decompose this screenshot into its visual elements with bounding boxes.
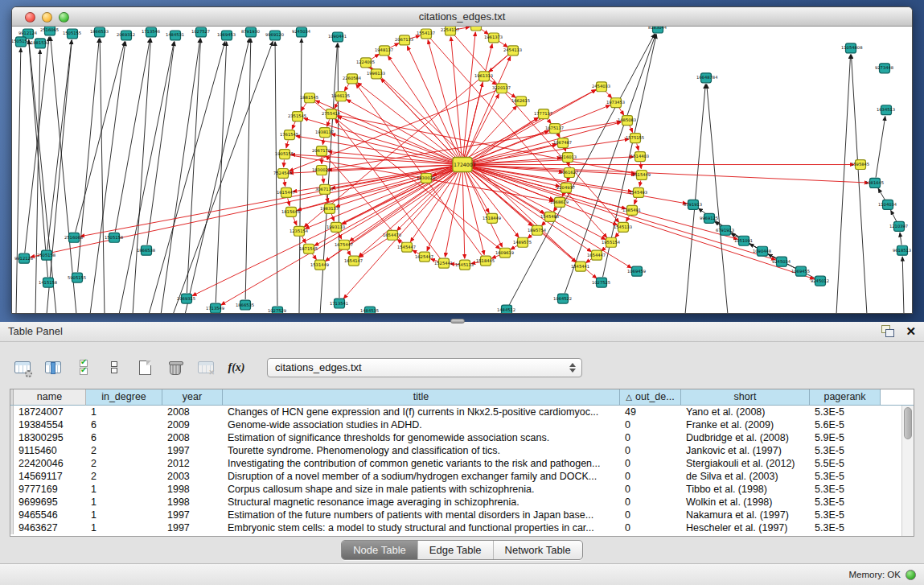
cell-out_degree[interactable]: 49 [620, 406, 681, 418]
graph-edge[interactable] [507, 92, 516, 98]
graph-edge[interactable] [900, 233, 901, 245]
graph-edge[interactable] [615, 232, 620, 237]
memory-ok-icon[interactable] [906, 570, 916, 580]
cell-short[interactable]: Stergiakouli et al. (2012) [681, 457, 810, 470]
column-header-title[interactable]: title [223, 389, 620, 406]
cell-short[interactable]: de Silva et al. (2003) [681, 470, 810, 483]
graph-edge[interactable] [606, 91, 612, 98]
cell-year[interactable]: 2003 [162, 470, 223, 483]
graph-edge[interactable] [344, 84, 349, 91]
close-panel-icon[interactable]: ✕ [906, 325, 916, 337]
graph-edge[interactable] [891, 210, 897, 221]
table-row[interactable]: 1938455462009Genome-wide association stu… [10, 418, 914, 431]
graph-edge[interactable] [29, 40, 56, 313]
graph-edge[interactable] [388, 56, 460, 160]
cell-pagerank[interactable]: 5.3E-5 [810, 483, 881, 496]
delete-button[interactable] [164, 357, 187, 378]
cell-title[interactable]: Tourette syndrome. Phenomenology and cla… [223, 444, 620, 457]
tab-edge-table[interactable]: Edge Table [417, 541, 493, 559]
table-selector-dropdown[interactable]: citations_edges.txt [267, 358, 582, 377]
cell-pagerank[interactable]: 5.3E-5 [810, 406, 881, 418]
graph-edge[interactable] [347, 249, 351, 255]
cell-year[interactable]: 1997 [162, 521, 223, 534]
graph-edge[interactable] [468, 165, 869, 183]
table-row[interactable]: 969969511998Structural magnetic resonanc… [10, 496, 914, 509]
graph-edge[interactable] [35, 50, 40, 313]
cell-pagerank[interactable]: 5.3E-5 [810, 496, 881, 509]
cell-name[interactable]: 9115460 [14, 444, 86, 457]
graph-edge[interactable] [16, 48, 21, 313]
cell-name[interactable]: 18724007 [14, 406, 86, 418]
column-header-out_degree[interactable]: △out_de... [620, 389, 681, 406]
graph-edge[interactable] [350, 167, 458, 241]
cell-out_degree[interactable]: 0 [620, 457, 681, 470]
create-table-button[interactable] [133, 357, 156, 378]
graph-edge[interactable] [322, 138, 323, 145]
network-window-titlebar[interactable]: citations_edges.txt [12, 7, 912, 27]
tab-node-table[interactable]: Node Table [342, 541, 417, 559]
cell-pagerank[interactable]: 5.3E-5 [810, 509, 881, 521]
cell-title[interactable]: Disruption of a novel member of a sodium… [223, 470, 620, 483]
function-builder-button[interactable]: f(x) [225, 357, 248, 378]
panel-divider-handle[interactable] [450, 319, 465, 323]
cell-in_degree[interactable]: 2 [86, 470, 162, 483]
graph-edge[interactable] [462, 170, 465, 258]
graph-edge[interactable] [335, 101, 339, 109]
column-header-short[interactable]: short [681, 389, 810, 406]
graph-edge[interactable] [685, 84, 705, 313]
cell-year[interactable]: 1997 [162, 509, 223, 521]
graph-edge[interactable] [619, 108, 624, 115]
column-header-name[interactable]: name [14, 389, 86, 406]
graph-edge[interactable] [878, 188, 885, 200]
cell-out_degree[interactable]: 0 [620, 521, 681, 534]
row-height-button[interactable] [103, 357, 125, 378]
close-window-button[interactable] [25, 12, 35, 23]
graph-edge[interactable] [568, 178, 569, 181]
cell-title[interactable]: Genome-wide association studies in ADHD. [223, 418, 620, 431]
graph-edge[interactable] [147, 42, 175, 245]
network-canvas[interactable]: 9912124251606515051551866533206931217135… [12, 27, 912, 313]
column-header-in_degree[interactable]: in_degree [86, 389, 162, 406]
graph-edge[interactable] [245, 39, 251, 299]
cell-pagerank[interactable]: 5.3E-5 [810, 521, 881, 534]
cell-name[interactable]: 19384554 [14, 418, 86, 431]
table-mode-button[interactable] [11, 357, 34, 378]
column-header-year[interactable]: year [162, 389, 223, 406]
graph-edge[interactable] [511, 245, 518, 249]
table-row[interactable]: 946362711997Embryonic stem cells: a mode… [10, 521, 914, 534]
graph-edge[interactable] [51, 37, 76, 313]
graph-edge[interactable] [557, 134, 560, 138]
graph-edge[interactable] [641, 163, 642, 169]
cell-in_degree[interactable]: 1 [86, 406, 162, 418]
graph-edge[interactable] [481, 29, 489, 35]
cell-in_degree[interactable]: 1 [86, 483, 162, 496]
cell-title[interactable]: Corpus callosum shape and size in male p… [223, 483, 620, 496]
graph-edge[interactable] [284, 179, 285, 186]
graph-edge[interactable] [292, 122, 295, 129]
cell-short[interactable]: Franke et al. (2009) [681, 418, 810, 431]
cell-in_degree[interactable]: 6 [86, 418, 162, 431]
cell-out_degree[interactable]: 0 [620, 418, 681, 431]
cell-name[interactable]: 14569117 [14, 470, 86, 483]
graph-edge[interactable] [47, 40, 72, 249]
cell-year[interactable]: 2008 [162, 431, 223, 444]
cell-in_degree[interactable]: 6 [86, 431, 162, 444]
cell-in_degree[interactable]: 1 [86, 521, 162, 534]
graph-edge[interactable] [312, 253, 316, 260]
cell-year[interactable]: 1997 [162, 444, 223, 457]
cell-short[interactable]: Dudbridge et al. (2008) [681, 431, 810, 444]
cell-in_degree[interactable]: 1 [86, 496, 162, 509]
graph-edge[interactable] [315, 101, 457, 163]
cell-in_degree[interactable]: 1 [86, 509, 162, 521]
cell-title[interactable]: Estimation of the future numbers of pati… [223, 509, 620, 521]
table-row[interactable]: 911546021997Tourette syndrome. Phenomeno… [10, 444, 914, 457]
select-columns-button[interactable]: ✔ ✔ [72, 357, 95, 378]
table-row[interactable]: 1872400712008Changes of HCN gene express… [10, 406, 914, 418]
cell-pagerank[interactable]: 5.3E-5 [810, 470, 881, 483]
graph-edge[interactable] [451, 37, 462, 159]
cell-out_degree[interactable]: 0 [620, 496, 681, 509]
delete-table-button[interactable]: ✕ [195, 357, 217, 378]
graph-edge[interactable] [100, 39, 105, 313]
graph-edge[interactable] [47, 40, 72, 313]
table-row[interactable]: 1456911722003Disruption of a novel membe… [10, 470, 914, 483]
